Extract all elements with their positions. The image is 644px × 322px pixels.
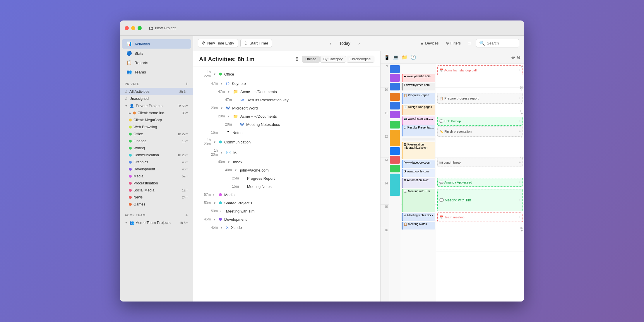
time-block[interactable]: 🖼 Presentation Infographic.sketch (402, 142, 435, 159)
list-item[interactable]: 15m 🗒 Notes (193, 129, 380, 137)
time-block[interactable]: W Meeting Notes.docx (402, 213, 435, 221)
list-item[interactable]: 47m 🗂 Results Presentation.key (193, 96, 380, 104)
cal-add-icon[interactable]: + (519, 160, 521, 165)
time-block[interactable]: 📷 www.instagram.com (402, 117, 435, 125)
acme-add-button[interactable]: + (185, 213, 188, 218)
list-item[interactable]: 20m ▼ W Microsoft Word (193, 104, 380, 112)
project-web-browsing[interactable]: Web Browsing (120, 124, 193, 131)
clock-icon[interactable]: 🕐 (410, 54, 416, 60)
time-block[interactable]: 📄 Design Doc.pages (402, 105, 435, 115)
private-projects-header[interactable]: ▼ 👤 Private Projects 6h 56m (120, 102, 193, 109)
list-item[interactable]: 57m › Media (193, 191, 380, 199)
block[interactable] (390, 130, 400, 146)
list-item[interactable]: 1h 20m ▼ ✉️ Mail (193, 147, 380, 158)
list-item[interactable]: 47m ▼ 📁 Acme – ~/Documents (193, 88, 380, 96)
block[interactable] (390, 156, 400, 164)
cal-event-team-meeting[interactable]: 📅 Team meeting + (437, 213, 523, 222)
block[interactable] (390, 102, 400, 109)
project-social-media[interactable]: Social Media 12m (120, 187, 193, 194)
folder-icon[interactable]: 📁 (402, 54, 407, 60)
list-item[interactable]: 50m › Meeting with Tim (193, 207, 380, 215)
time-block[interactable]: 📋 Progress Report (402, 93, 435, 104)
project-media[interactable]: Media 57m (120, 173, 193, 180)
block[interactable] (390, 111, 400, 118)
view-mode-icon[interactable]: 🖥 (294, 56, 299, 62)
list-item[interactable]: 45m ▼ X Xcode (193, 223, 380, 232)
project-news[interactable]: News 24m (120, 194, 193, 201)
unified-button[interactable]: Unified (302, 56, 319, 63)
laptop-icon[interactable]: 💻 (393, 54, 399, 60)
time-block[interactable]: 📋 Meeting Notes (402, 222, 435, 229)
sidebar-item-stats[interactable]: 🔵 Stats (122, 49, 191, 58)
cal-add-icon[interactable]: + (519, 119, 521, 123)
sidebar-item-teams[interactable]: 👥 Teams (122, 67, 191, 77)
block[interactable] (390, 65, 400, 73)
add-event-button[interactable]: + (520, 88, 523, 92)
unassigned-item[interactable]: ⊙ Unassigned (120, 95, 193, 102)
chronological-button[interactable]: Chronological (347, 56, 374, 63)
list-item[interactable]: 1h 22m ▼ Office (193, 69, 380, 79)
cal-add-icon[interactable]: + (519, 96, 521, 100)
sidebar-item-reports[interactable]: 📋 Reports (122, 58, 191, 67)
list-item[interactable]: 50m ▼ Shared Project 1 (193, 199, 380, 207)
block[interactable] (390, 174, 400, 196)
project-finance[interactable]: Finance 15m (120, 138, 193, 145)
project-writing[interactable]: Writing (120, 145, 193, 152)
filters-button[interactable]: ⊙ Filters (443, 40, 463, 47)
cal-add-icon[interactable]: + (519, 68, 521, 72)
new-time-entry-button[interactable]: ⏱ New Time Entry (198, 39, 238, 47)
acme-projects-header[interactable]: ▼ 👥 Acme Team Projects 1h 5m (120, 219, 193, 226)
block[interactable] (390, 83, 400, 90)
zoom-out-button[interactable]: ⊖ (517, 54, 520, 60)
list-item[interactable]: 15m Meeting Notes (193, 182, 380, 191)
cal-event-progress[interactable]: 📋 Prepare progress report + (437, 93, 523, 104)
add-event-button[interactable]: + (520, 111, 523, 116)
project-office[interactable]: Office 1h 22m (120, 131, 193, 138)
project-development[interactable]: Development 45m (120, 166, 193, 173)
project-acme-inc[interactable]: ▶ Client: Acme Inc. 35m (120, 109, 193, 117)
cal-add-icon[interactable]: + (519, 198, 521, 202)
list-item[interactable]: 40m ▼ john@acme.com (193, 166, 380, 174)
cal-event-standup[interactable]: 📅 Acme Inc. standup call + (437, 65, 523, 75)
mobile-icon[interactable]: 📱 (384, 54, 390, 60)
list-item[interactable]: 20m W Meeting Notes.docx (193, 120, 380, 129)
start-timer-button[interactable]: ⏱ Start Timer (240, 39, 272, 47)
time-block[interactable]: 💬 Meeting with Tim (402, 189, 435, 212)
cal-event-lunch[interactable]: 🍽 Lunch break + (437, 158, 523, 167)
list-item[interactable]: 40m ▼ Inbox (193, 158, 380, 166)
search-input[interactable] (487, 41, 516, 45)
project-graphics[interactable]: Graphics 43m (120, 159, 193, 166)
add-event-button[interactable]: + (520, 228, 523, 233)
time-block[interactable]: G www.google.com (402, 169, 435, 177)
time-block[interactable]: f www.facebook.com (402, 160, 435, 168)
time-block[interactable]: ⚙ Automation.swift (402, 178, 435, 188)
maximize-button[interactable] (138, 26, 142, 30)
block[interactable] (390, 147, 400, 155)
minimize-button[interactable] (131, 26, 135, 30)
block[interactable] (390, 74, 400, 82)
layout-button[interactable]: ▭ (465, 40, 474, 47)
time-block[interactable]: ▶ www.youtube.com (402, 74, 435, 82)
close-button[interactable] (125, 26, 129, 30)
time-block[interactable] (402, 138, 435, 141)
all-activities-item[interactable]: ⊙ All Activities 8h 1m (120, 88, 193, 95)
block[interactable] (390, 121, 400, 129)
search-box[interactable]: 🔍 (476, 39, 519, 47)
project-games[interactable]: Games (120, 201, 193, 208)
by-category-button[interactable]: By Category (320, 56, 346, 63)
cal-add-icon[interactable]: + (519, 215, 521, 219)
sidebar-item-activities[interactable]: 📊 Activities (122, 39, 191, 49)
cal-event-finish-pres[interactable]: ✏️ Finish presentation + (437, 126, 523, 137)
cal-event-amanda[interactable]: 💬 Amanda Appleseed + (437, 178, 523, 187)
block[interactable] (390, 93, 400, 101)
list-item[interactable]: 20m ▼ 📁 Acme – ~/Documents (193, 112, 380, 120)
project-communication[interactable]: Communication 1h 20m (120, 152, 193, 159)
cal-event-meeting-tim[interactable]: 💬 Meeting with Tim + (437, 189, 523, 211)
cal-event-bob[interactable]: 💬 Bob Bishop + (437, 117, 523, 126)
project-procrastination[interactable]: Procrastination (120, 180, 193, 187)
cal-add-icon[interactable]: + (519, 180, 521, 184)
list-item[interactable]: 45m ▼ Development (193, 215, 380, 223)
private-add-button[interactable]: + (185, 81, 188, 87)
list-item[interactable]: 25m Progress Report (193, 174, 380, 182)
block[interactable] (390, 165, 400, 172)
